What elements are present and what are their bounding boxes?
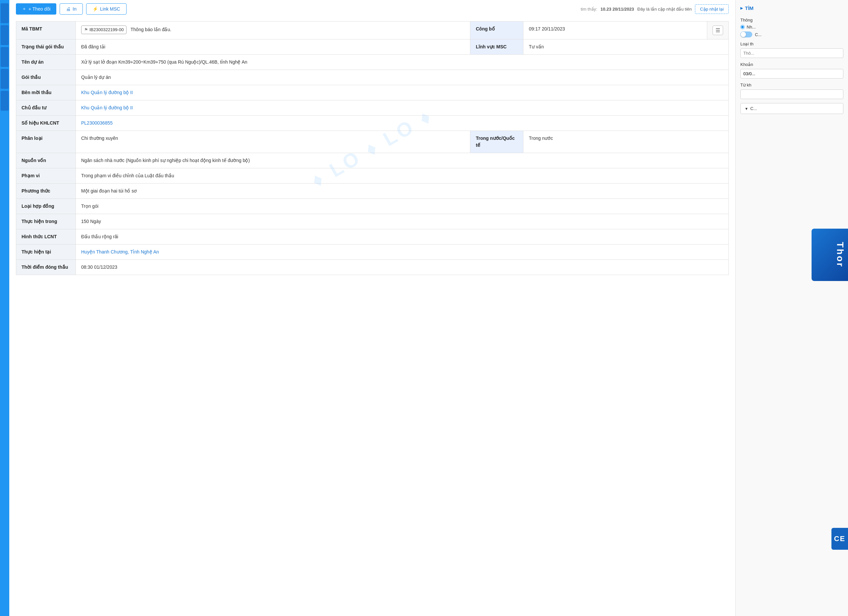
left-sidebar <box>0 0 9 616</box>
hinh-thuc-value: Đấu thầu rộng rãi <box>76 229 729 245</box>
sidebar-tab-5[interactable] <box>1 91 9 111</box>
right-sidebar-title: TÌM <box>740 5 844 11</box>
linh-vuc-value: Tư vấn <box>523 39 729 55</box>
thuc-hien-tai-label: Thực hiện tại <box>16 245 76 260</box>
goi-thau-value: Quản lý dự án <box>76 70 729 85</box>
ma-tbmt-badge: ⚑ IB2300322199-00 <box>81 25 126 34</box>
collapse-button[interactable]: ▼ C... <box>740 103 844 114</box>
khoan-label: Khoản <box>740 62 844 67</box>
khoan-input[interactable] <box>740 69 844 79</box>
thoi-diem-label: Thời điểm đóng thầu <box>16 260 76 275</box>
phuong-thuc-label: Phương thức <box>16 184 76 199</box>
list-icon-cell: ☰ <box>707 22 729 39</box>
main-content: ＋ + Theo dõi 🖨 In ⚡ Link MSC tim thấy: 1… <box>9 0 735 616</box>
so-hieu-link[interactable]: PL2300036855 <box>81 120 113 126</box>
cap-nhat-lai-button[interactable]: Cập nhật lại <box>695 4 729 14</box>
phan-loai-label: Phân loại <box>16 131 76 153</box>
theo-doi-button[interactable]: ＋ + Theo dõi <box>16 3 56 15</box>
phuong-thuc-value: Một giai đoạn hai túi hồ sơ <box>76 184 729 199</box>
sidebar-tab-2[interactable] <box>1 25 9 45</box>
table-row: Trạng thái gói thầu Đã đăng tải Lĩnh vực… <box>16 39 729 55</box>
toolbar: ＋ + Theo dõi 🖨 In ⚡ Link MSC tim thấy: 1… <box>16 3 729 17</box>
in-button[interactable]: 🖨 In <box>59 3 83 15</box>
hinh-thuc-label: Hình thức LCNT <box>16 229 76 245</box>
filter-section-loai-th: Loại th <box>740 42 844 58</box>
table-row: Nguồn vốn Ngân sách nhà nước (Nguồn kinh… <box>16 153 729 168</box>
loai-hop-dong-value: Trọn gói <box>76 199 729 214</box>
radio-input-1[interactable] <box>740 25 745 29</box>
radio-label-1: Nh... <box>747 25 756 30</box>
tu-kh-input[interactable] <box>740 89 844 99</box>
sidebar-tab-1[interactable] <box>1 3 9 23</box>
ben-moi-thau-link[interactable]: Khu Quản lý đường bộ II <box>81 90 133 95</box>
tim-thay-prefix: tim thấy: <box>581 7 597 12</box>
thuc-hien-trong-label: Thực hiện trong <box>16 214 76 229</box>
in-label: In <box>73 6 77 12</box>
chu-dau-tu-label: Chủ đầu tư <box>16 100 76 116</box>
table-row: Phân loại Chi thường xuyên Trong nước/Qu… <box>16 131 729 153</box>
pham-vi-label: Phạm vi <box>16 168 76 184</box>
list-view-button[interactable]: ☰ <box>713 25 723 35</box>
cong-bo-value: 09:17 20/11/2023 <box>523 22 707 39</box>
chu-dau-tu-link[interactable]: Khu Quản lý đường bộ II <box>81 105 133 110</box>
toolbar-right: tim thấy: 10.23 20/11/2023 Đây là lần cậ… <box>581 4 729 14</box>
table-row: Thời điểm đóng thầu 08:30 01/12/2023 <box>16 260 729 275</box>
flag-icon: ⚑ <box>84 27 88 33</box>
cong-bo-label: Công bố <box>470 22 523 39</box>
thuc-hien-trong-value: 150 Ngày <box>76 214 729 229</box>
update-notice: Đây là lần cập nhật đầu tiên <box>637 7 692 12</box>
table-row: Thực hiện trong 150 Ngày <box>16 214 729 229</box>
thoi-diem-value: 08:30 01/12/2023 <box>76 260 729 275</box>
radio-item-1: Nh... <box>740 25 844 30</box>
ma-tbmt-note: Thông báo lần đầu. <box>130 27 171 32</box>
table-row: Chủ đầu tư Khu Quản lý đường bộ II <box>16 100 729 116</box>
radio-item-2: C... <box>740 31 844 37</box>
loai-th-input[interactable] <box>740 48 844 58</box>
trong-nuoc-label: Trong nước/Quốc tế <box>470 131 523 153</box>
trang-thai-label-text: Trạng thái gói thầu <box>22 44 64 49</box>
table-row: Hình thức LCNT Đấu thầu rộng rãi <box>16 229 729 245</box>
chu-dau-tu-value: Khu Quản lý đường bộ II <box>76 100 729 116</box>
table-row: Tên dự án Xử lý sạt lở đoạn Km39+200÷Km3… <box>16 55 729 70</box>
cap-nhat-lai-label: Cập nhật lại <box>700 7 724 12</box>
link-msc-label: Link MSC <box>100 6 120 12</box>
chevron-down-icon: ▼ <box>745 107 748 111</box>
table-row: Bên mời thầu Khu Quản lý đường bộ II <box>16 85 729 100</box>
table-row: Mã TBMT ⚑ IB2300322199-00 Thông báo lần … <box>16 22 729 39</box>
thuc-hien-tai-link[interactable]: Huyện Thanh Chương, Tỉnh Nghệ An <box>81 249 159 254</box>
link-msc-button[interactable]: ⚡ Link MSC <box>86 3 126 15</box>
ma-tbmt-number: IB2300322199-00 <box>89 27 123 33</box>
radio-label-2: C... <box>755 32 762 37</box>
phan-loai-value: Chi thường xuyên <box>76 131 470 153</box>
nguon-von-value: Ngân sách nhà nước (Nguồn kinh phí sự ng… <box>76 153 729 168</box>
toolbar-left: ＋ + Theo dõi 🖨 In ⚡ Link MSC <box>16 3 126 15</box>
tu-kh-label: Từ kh <box>740 83 844 88</box>
nguon-von-label: Nguồn vốn <box>16 153 76 168</box>
so-hieu-label: Số hiệu KHLCNT <box>16 116 76 131</box>
ten-du-an-label: Tên dự án <box>16 55 76 70</box>
ben-moi-thau-value: Khu Quản lý đường bộ II <box>76 85 729 100</box>
pham-vi-value: Trong phạm vi điều chỉnh của Luật đấu th… <box>76 168 729 184</box>
toggle-switch[interactable] <box>740 31 752 37</box>
print-icon: 🖨 <box>66 6 71 12</box>
linh-vuc-label: Lĩnh vực MSC <box>470 39 523 55</box>
sidebar-tab-4[interactable] <box>1 69 9 89</box>
so-hieu-value: PL2300036855 <box>76 116 729 131</box>
trang-thai-label: Trạng thái gói thầu <box>16 39 76 55</box>
trong-nuoc-value: Trong nước <box>523 131 729 153</box>
table-row: Phạm vi Trong phạm vi điều chỉnh của Luậ… <box>16 168 729 184</box>
collapse-label: C... <box>750 106 757 111</box>
trang-thai-value: Đã đăng tải <box>76 39 470 55</box>
sidebar-tab-3[interactable] <box>1 47 9 67</box>
link-icon: ⚡ <box>92 6 98 12</box>
right-sidebar: TÌM Thông Nh... C... Loại th Khoản <box>735 0 848 616</box>
thong-bao-label: Thông <box>740 18 844 22</box>
table-row: Số hiệu KHLCNT PL2300036855 <box>16 116 729 131</box>
goi-thau-label: Gói thầu <box>16 70 76 85</box>
table-row: Thực hiện tại Huyện Thanh Chương, Tỉnh N… <box>16 245 729 260</box>
plus-icon: ＋ <box>22 6 27 12</box>
ce-text: CE <box>834 534 846 543</box>
thoi-diem-label-text: Thời điểm đóng thầu <box>22 264 68 270</box>
radio-group: Nh... C... <box>740 25 844 37</box>
filter-section-khoan: Khoản <box>740 62 844 79</box>
